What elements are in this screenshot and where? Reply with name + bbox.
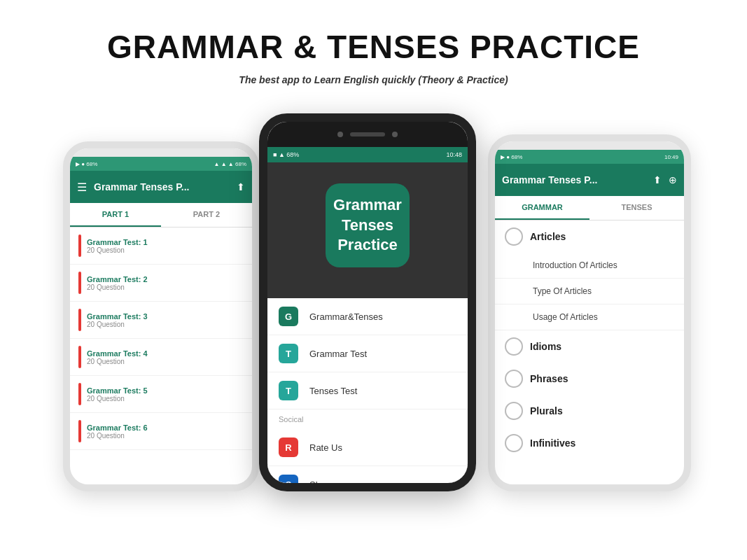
subtitle: The best app to Learn English quickly (T…: [0, 74, 747, 85]
tab-part1[interactable]: PART 1: [70, 203, 161, 227]
right-notch: [495, 141, 684, 150]
list-text: Grammar Test: 1 20 Question: [87, 238, 148, 254]
left-notch: [70, 148, 252, 157]
center-time: 10:48: [446, 151, 462, 158]
menu-item-tenses-test[interactable]: T Tenses Test: [267, 372, 468, 410]
infinitives-circle: [505, 434, 523, 452]
list-bar: [78, 383, 81, 405]
header: GRAMMAR & TENSES PRACTICE The best app t…: [0, 0, 747, 85]
list-bar: [78, 420, 81, 442]
tab-part2[interactable]: PART 2: [161, 203, 252, 227]
center-notch: [267, 122, 468, 147]
right-status-left: ▶ ● 68%: [501, 154, 522, 160]
phrases-circle: [505, 370, 523, 388]
menu-section: G Grammar&Tenses T Grammar Test T Tenses…: [267, 298, 468, 491]
left-list: Grammar Test: 1 20 Question Grammar Test…: [70, 227, 252, 450]
list-text: Grammar Test: 6 20 Question: [87, 424, 148, 440]
menu-icon-s: S: [279, 475, 298, 491]
plurals-circle: [505, 402, 523, 420]
tab-tenses[interactable]: TENSES: [589, 196, 684, 220]
center-status-left: ■ ▲ 68%: [273, 151, 299, 158]
list-bar: [78, 346, 81, 368]
phones-container: ▶ ● 68% ▲ ▲ ▲ 68% ☰ Grammar Tenses P... …: [0, 99, 747, 505]
list-item[interactable]: Grammar Test: 5 20 Question: [70, 376, 252, 413]
idioms-circle: [505, 337, 523, 356]
menu-item-grammar-tenses[interactable]: G Grammar&Tenses: [267, 298, 468, 335]
list-text: Grammar Test: 3 20 Question: [87, 312, 148, 328]
list-item[interactable]: Grammar Test: 3 20 Question: [70, 302, 252, 339]
phrases-section-header: Phrases: [495, 363, 684, 395]
idioms-title: Idioms: [530, 341, 561, 352]
list-item[interactable]: Grammar Test: 2 20 Question: [70, 265, 252, 302]
plurals-title: Plurals: [530, 405, 563, 416]
right-share-icon[interactable]: ⬆: [653, 174, 662, 186]
menu-icon-g: G: [279, 307, 298, 326]
menu-item-share[interactable]: S Share: [267, 466, 468, 491]
grammar-tabs: GRAMMAR TENSES: [495, 196, 684, 220]
right-status-bar: ▶ ● 68% 10:49: [495, 150, 684, 164]
infinitives-title: Infinitives: [530, 438, 575, 449]
left-status-left: ▶ ● 68%: [76, 161, 97, 167]
tab-grammar[interactable]: GRAMMAR: [495, 196, 589, 220]
list-bar: [78, 272, 81, 294]
left-app-bar: ☰ Grammar Tenses P... ⬆: [70, 171, 252, 203]
menu-item-rate[interactable]: R Rate Us: [267, 429, 468, 466]
articles-title: Articles: [530, 231, 566, 242]
hamburger-icon[interactable]: ☰: [77, 181, 87, 194]
right-screen-content: Articles Introduction Of Articles Type O…: [495, 220, 684, 459]
right-phone: ▶ ● 68% 10:49 Grammar Tenses P... ⬆ ⊕ GR…: [488, 134, 691, 491]
camera-dot: [337, 132, 343, 137]
right-app-bar: Grammar Tenses P... ⬆ ⊕: [495, 164, 684, 196]
articles-circle: [505, 227, 523, 246]
left-status-bar: ▶ ● 68% ▲ ▲ ▲ 68%: [70, 157, 252, 171]
right-translate-icon[interactable]: ⊕: [669, 174, 677, 186]
list-text: Grammar Test: 4 20 Question: [87, 349, 148, 365]
center-phone: ■ ▲ 68% 10:48 GrammarTensesPractice G Gr…: [259, 113, 476, 491]
list-item[interactable]: Grammar Test: 6 20 Question: [70, 413, 252, 450]
left-tabs: PART 1 PART 2: [70, 203, 252, 227]
list-bar: [78, 234, 81, 257]
social-header: Socical: [267, 410, 468, 429]
grammar-item-type[interactable]: Type Of Articles: [495, 279, 684, 304]
logo-text: GrammarTensesPractice: [333, 195, 402, 255]
menu-icon-r: R: [279, 438, 298, 457]
share-icon[interactable]: ⬆: [237, 181, 245, 192]
center-status-bar: ■ ▲ 68% 10:48: [267, 147, 468, 162]
menu-icon-t1: T: [279, 344, 298, 363]
idioms-section-header: Idioms: [495, 330, 684, 363]
list-item[interactable]: Grammar Test: 1 20 Question: [70, 227, 252, 265]
grammar-item-intro[interactable]: Introduction Of Articles: [495, 253, 684, 279]
left-status-right: ▲ ▲ ▲ 68%: [214, 161, 246, 167]
plurals-section-header: Plurals: [495, 395, 684, 427]
articles-section-header: Articles: [495, 220, 684, 253]
camera-dot-2: [392, 132, 398, 137]
left-phone: ▶ ● 68% ▲ ▲ ▲ 68% ☰ Grammar Tenses P... …: [63, 141, 259, 491]
list-bar: [78, 309, 81, 331]
speaker: [350, 132, 385, 136]
app-logo-box: GrammarTensesPractice: [326, 183, 410, 267]
main-title: GRAMMAR & TENSES PRACTICE: [0, 28, 747, 66]
left-app-title: Grammar Tenses P...: [94, 181, 230, 192]
list-text: Grammar Test: 5 20 Question: [87, 386, 148, 402]
menu-item-grammar-test[interactable]: T Grammar Test: [267, 335, 468, 372]
right-time: 10:49: [664, 154, 678, 160]
menu-icon-t2: T: [279, 381, 298, 400]
list-item[interactable]: Grammar Test: 4 20 Question: [70, 339, 252, 376]
phrases-title: Phrases: [530, 373, 568, 384]
center-screen: GrammarTensesPractice G Grammar&Tenses T…: [267, 162, 468, 491]
app-logo-area: GrammarTensesPractice: [267, 162, 468, 298]
list-text: Grammar Test: 2 20 Question: [87, 275, 148, 291]
right-app-title: Grammar Tenses P...: [502, 174, 646, 186]
grammar-item-usage[interactable]: Usage Of Articles: [495, 304, 684, 330]
infinitives-section-header: Infinitives: [495, 427, 684, 459]
